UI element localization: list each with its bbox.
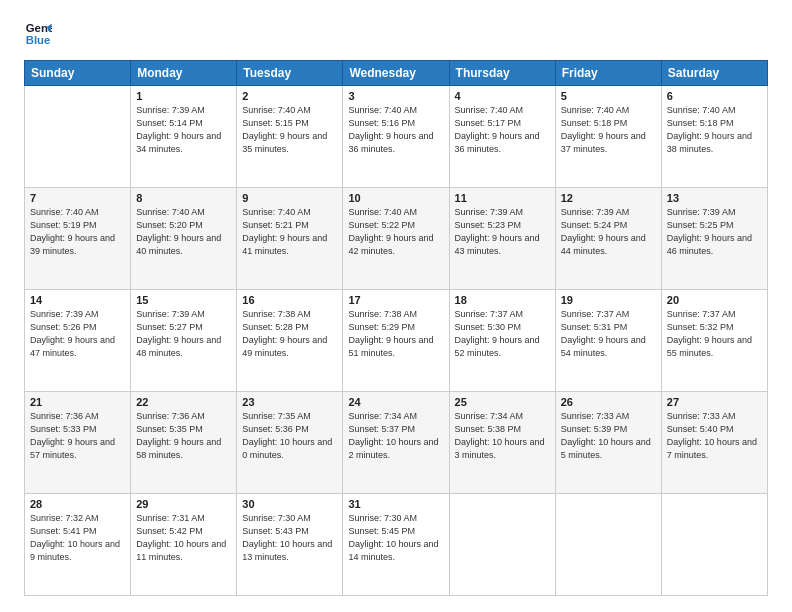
column-header-tuesday: Tuesday [237, 61, 343, 86]
calendar-cell [25, 86, 131, 188]
calendar-page: General Blue SundayMondayTuesdayWednesda… [0, 0, 792, 612]
day-number: 19 [561, 294, 656, 306]
day-info: Sunrise: 7:34 AMSunset: 5:37 PMDaylight:… [348, 410, 443, 462]
day-number: 13 [667, 192, 762, 204]
day-number: 4 [455, 90, 550, 102]
calendar-cell [555, 494, 661, 596]
day-number: 14 [30, 294, 125, 306]
day-number: 7 [30, 192, 125, 204]
day-info: Sunrise: 7:39 AMSunset: 5:14 PMDaylight:… [136, 104, 231, 156]
day-number: 22 [136, 396, 231, 408]
calendar-week-4: 21Sunrise: 7:36 AMSunset: 5:33 PMDayligh… [25, 392, 768, 494]
day-info: Sunrise: 7:40 AMSunset: 5:17 PMDaylight:… [455, 104, 550, 156]
calendar-cell: 6Sunrise: 7:40 AMSunset: 5:18 PMDaylight… [661, 86, 767, 188]
calendar-cell: 16Sunrise: 7:38 AMSunset: 5:28 PMDayligh… [237, 290, 343, 392]
logo-icon: General Blue [24, 20, 52, 48]
calendar-header-row: SundayMondayTuesdayWednesdayThursdayFrid… [25, 61, 768, 86]
calendar-cell: 24Sunrise: 7:34 AMSunset: 5:37 PMDayligh… [343, 392, 449, 494]
day-number: 18 [455, 294, 550, 306]
day-info: Sunrise: 7:40 AMSunset: 5:16 PMDaylight:… [348, 104, 443, 156]
day-info: Sunrise: 7:39 AMSunset: 5:27 PMDaylight:… [136, 308, 231, 360]
calendar-cell: 10Sunrise: 7:40 AMSunset: 5:22 PMDayligh… [343, 188, 449, 290]
day-info: Sunrise: 7:37 AMSunset: 5:32 PMDaylight:… [667, 308, 762, 360]
day-info: Sunrise: 7:40 AMSunset: 5:18 PMDaylight:… [667, 104, 762, 156]
calendar-cell: 5Sunrise: 7:40 AMSunset: 5:18 PMDaylight… [555, 86, 661, 188]
column-header-friday: Friday [555, 61, 661, 86]
day-info: Sunrise: 7:32 AMSunset: 5:41 PMDaylight:… [30, 512, 125, 564]
calendar-week-5: 28Sunrise: 7:32 AMSunset: 5:41 PMDayligh… [25, 494, 768, 596]
column-header-sunday: Sunday [25, 61, 131, 86]
calendar-cell: 28Sunrise: 7:32 AMSunset: 5:41 PMDayligh… [25, 494, 131, 596]
day-info: Sunrise: 7:36 AMSunset: 5:35 PMDaylight:… [136, 410, 231, 462]
header: General Blue [24, 20, 768, 48]
day-number: 20 [667, 294, 762, 306]
calendar-cell: 2Sunrise: 7:40 AMSunset: 5:15 PMDaylight… [237, 86, 343, 188]
calendar-cell: 22Sunrise: 7:36 AMSunset: 5:35 PMDayligh… [131, 392, 237, 494]
calendar-cell: 12Sunrise: 7:39 AMSunset: 5:24 PMDayligh… [555, 188, 661, 290]
day-number: 15 [136, 294, 231, 306]
day-info: Sunrise: 7:30 AMSunset: 5:43 PMDaylight:… [242, 512, 337, 564]
day-number: 2 [242, 90, 337, 102]
column-header-wednesday: Wednesday [343, 61, 449, 86]
calendar-cell: 15Sunrise: 7:39 AMSunset: 5:27 PMDayligh… [131, 290, 237, 392]
day-number: 1 [136, 90, 231, 102]
day-number: 8 [136, 192, 231, 204]
calendar-cell [449, 494, 555, 596]
day-info: Sunrise: 7:40 AMSunset: 5:19 PMDaylight:… [30, 206, 125, 258]
calendar-cell: 30Sunrise: 7:30 AMSunset: 5:43 PMDayligh… [237, 494, 343, 596]
calendar-cell: 19Sunrise: 7:37 AMSunset: 5:31 PMDayligh… [555, 290, 661, 392]
calendar-cell: 21Sunrise: 7:36 AMSunset: 5:33 PMDayligh… [25, 392, 131, 494]
calendar-cell: 29Sunrise: 7:31 AMSunset: 5:42 PMDayligh… [131, 494, 237, 596]
calendar-cell: 20Sunrise: 7:37 AMSunset: 5:32 PMDayligh… [661, 290, 767, 392]
day-number: 25 [455, 396, 550, 408]
day-number: 9 [242, 192, 337, 204]
calendar-cell: 26Sunrise: 7:33 AMSunset: 5:39 PMDayligh… [555, 392, 661, 494]
calendar-cell: 17Sunrise: 7:38 AMSunset: 5:29 PMDayligh… [343, 290, 449, 392]
day-number: 24 [348, 396, 443, 408]
calendar-cell: 14Sunrise: 7:39 AMSunset: 5:26 PMDayligh… [25, 290, 131, 392]
calendar-body: 1Sunrise: 7:39 AMSunset: 5:14 PMDaylight… [25, 86, 768, 596]
calendar-week-1: 1Sunrise: 7:39 AMSunset: 5:14 PMDaylight… [25, 86, 768, 188]
calendar-cell: 11Sunrise: 7:39 AMSunset: 5:23 PMDayligh… [449, 188, 555, 290]
day-number: 31 [348, 498, 443, 510]
calendar-week-2: 7Sunrise: 7:40 AMSunset: 5:19 PMDaylight… [25, 188, 768, 290]
calendar-cell [661, 494, 767, 596]
day-number: 12 [561, 192, 656, 204]
calendar-cell: 9Sunrise: 7:40 AMSunset: 5:21 PMDaylight… [237, 188, 343, 290]
day-info: Sunrise: 7:31 AMSunset: 5:42 PMDaylight:… [136, 512, 231, 564]
day-info: Sunrise: 7:39 AMSunset: 5:26 PMDaylight:… [30, 308, 125, 360]
day-number: 16 [242, 294, 337, 306]
calendar-cell: 1Sunrise: 7:39 AMSunset: 5:14 PMDaylight… [131, 86, 237, 188]
calendar-cell: 27Sunrise: 7:33 AMSunset: 5:40 PMDayligh… [661, 392, 767, 494]
day-number: 29 [136, 498, 231, 510]
day-number: 11 [455, 192, 550, 204]
calendar-cell: 31Sunrise: 7:30 AMSunset: 5:45 PMDayligh… [343, 494, 449, 596]
calendar-cell: 18Sunrise: 7:37 AMSunset: 5:30 PMDayligh… [449, 290, 555, 392]
column-header-thursday: Thursday [449, 61, 555, 86]
calendar-cell: 4Sunrise: 7:40 AMSunset: 5:17 PMDaylight… [449, 86, 555, 188]
day-info: Sunrise: 7:38 AMSunset: 5:28 PMDaylight:… [242, 308, 337, 360]
day-number: 26 [561, 396, 656, 408]
day-number: 5 [561, 90, 656, 102]
day-info: Sunrise: 7:40 AMSunset: 5:21 PMDaylight:… [242, 206, 337, 258]
day-number: 28 [30, 498, 125, 510]
calendar-table: SundayMondayTuesdayWednesdayThursdayFrid… [24, 60, 768, 596]
day-info: Sunrise: 7:35 AMSunset: 5:36 PMDaylight:… [242, 410, 337, 462]
day-info: Sunrise: 7:36 AMSunset: 5:33 PMDaylight:… [30, 410, 125, 462]
day-info: Sunrise: 7:40 AMSunset: 5:22 PMDaylight:… [348, 206, 443, 258]
day-info: Sunrise: 7:37 AMSunset: 5:31 PMDaylight:… [561, 308, 656, 360]
day-info: Sunrise: 7:33 AMSunset: 5:40 PMDaylight:… [667, 410, 762, 462]
day-info: Sunrise: 7:34 AMSunset: 5:38 PMDaylight:… [455, 410, 550, 462]
day-info: Sunrise: 7:40 AMSunset: 5:20 PMDaylight:… [136, 206, 231, 258]
day-info: Sunrise: 7:40 AMSunset: 5:18 PMDaylight:… [561, 104, 656, 156]
logo: General Blue [24, 20, 56, 48]
day-number: 30 [242, 498, 337, 510]
day-info: Sunrise: 7:38 AMSunset: 5:29 PMDaylight:… [348, 308, 443, 360]
day-number: 3 [348, 90, 443, 102]
day-info: Sunrise: 7:39 AMSunset: 5:24 PMDaylight:… [561, 206, 656, 258]
calendar-week-3: 14Sunrise: 7:39 AMSunset: 5:26 PMDayligh… [25, 290, 768, 392]
day-info: Sunrise: 7:30 AMSunset: 5:45 PMDaylight:… [348, 512, 443, 564]
svg-text:Blue: Blue [26, 34, 51, 46]
calendar-cell: 23Sunrise: 7:35 AMSunset: 5:36 PMDayligh… [237, 392, 343, 494]
calendar-cell: 13Sunrise: 7:39 AMSunset: 5:25 PMDayligh… [661, 188, 767, 290]
